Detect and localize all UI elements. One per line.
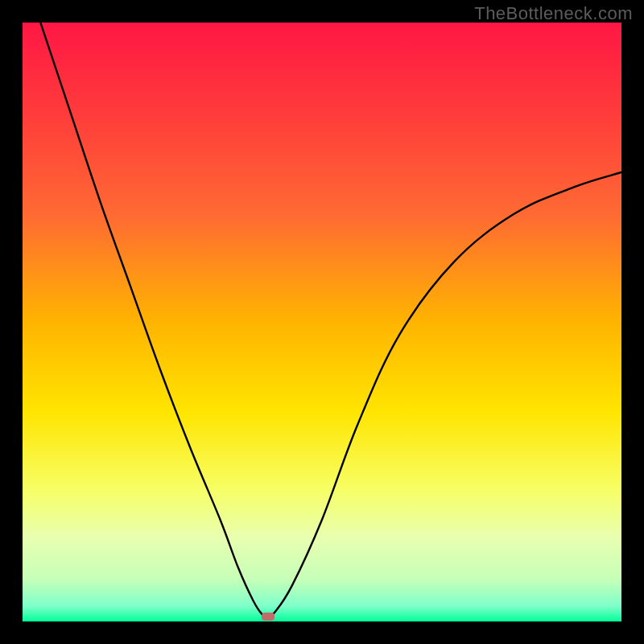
gradient-background [23,23,621,621]
bottleneck-chart [23,23,621,621]
plot-area [23,23,621,621]
chart-frame: TheBottleneck.com [0,0,644,644]
watermark-text: TheBottleneck.com [474,3,633,24]
minimum-point-marker [262,613,275,621]
